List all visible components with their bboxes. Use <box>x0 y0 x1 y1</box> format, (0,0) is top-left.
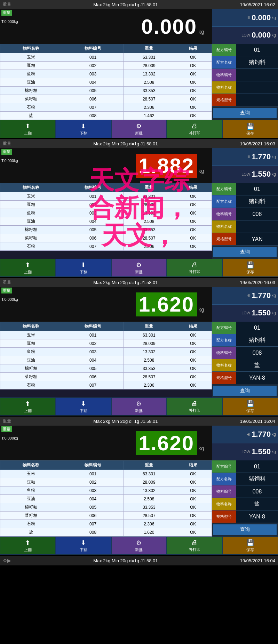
table-row[interactable]: 石粉0072.306OK <box>0 103 212 112</box>
table-row[interactable]: 盐0081.462OK <box>0 112 212 120</box>
right-value: 008 <box>236 208 278 220</box>
query-button[interactable]: 查询 <box>213 524 277 535</box>
table-header: 结果 <box>174 322 212 331</box>
toolbar-label: 下翻 <box>80 269 87 275</box>
toolbar-btn-下翻[interactable]: ⬇下翻 <box>56 259 111 277</box>
weight-main: 重量T:0.000kg0.000kg <box>0 9 212 44</box>
toolbar-btn-下翻[interactable]: ⬇下翻 <box>56 120 111 138</box>
toolbar-label: 下翻 <box>80 408 87 413</box>
toolbar-btn-保存[interactable]: 💾保存 <box>222 397 278 416</box>
table-row[interactable]: 豆油0042.508OK <box>0 217 212 226</box>
table-cell: 004 <box>62 217 124 226</box>
low-label: LOW <box>241 172 250 176</box>
table-row[interactable]: 玉米00163.301OK <box>0 192 212 201</box>
table-row[interactable]: 棉籽粕00533.353OK <box>0 503 212 512</box>
weight-main: 重量T:0.000kg1.620kg <box>0 426 212 460</box>
toolbar-btn-新批[interactable]: ⚙新批 <box>111 537 167 555</box>
low-value: 1.550 <box>252 447 271 456</box>
hi-unit: kg <box>271 154 276 159</box>
table-row[interactable]: 棉籽粕00533.353OK <box>0 87 212 95</box>
query-button-row: 查询 <box>212 245 278 259</box>
toolbar-btn-保存[interactable]: 💾保存 <box>222 259 278 277</box>
toolbar-btn-补打印[interactable]: 🖨补打印 <box>167 259 222 277</box>
top-bar-left: 重量 <box>3 141 11 147</box>
table-row[interactable]: 豆粕00228.009OK <box>0 62 212 70</box>
toolbar-btn-新批[interactable]: ⚙新批 <box>111 397 167 416</box>
toolbar-btn-上翻[interactable]: ⬆上翻 <box>0 120 56 138</box>
table-cell: 棉籽粕 <box>0 503 62 512</box>
table-cell: OK <box>174 381 212 389</box>
right-value: 008 <box>236 347 278 359</box>
main-content: 物料名称物料编号重量结果玉米00163.301OK豆粕00228.009OK鱼粉… <box>0 183 278 259</box>
weight-section: 重量T:0.000kg1.620kg HI 1.770 kg LOW 1.550… <box>0 426 278 460</box>
main-content: 物料名称物料编号重量结果玉米00163.301OK豆粕00228.009OK鱼粉… <box>0 322 278 397</box>
table-cell: 33.353 <box>124 87 174 95</box>
query-button[interactable]: 查询 <box>213 247 277 257</box>
table-row[interactable]: 豆油0042.508OK <box>0 78 212 87</box>
table-row[interactable]: 石粉0072.306OK <box>0 520 212 528</box>
right-value: 01 <box>236 460 278 473</box>
table-cell: 2.508 <box>124 495 174 503</box>
table-row[interactable]: 豆油0042.508OK <box>0 356 212 364</box>
toolbar-label: 新批 <box>135 408 143 413</box>
table-row[interactable]: 盐0081.620OK <box>0 528 212 537</box>
table-row[interactable]: 菜籽粕00628.507OK <box>0 95 212 103</box>
table-cell: OK <box>174 217 212 226</box>
table-cell: 33.353 <box>124 364 174 373</box>
table-row[interactable]: 鱼粉00313.302OK <box>0 209 212 217</box>
weight-side-panel: HI 1.770 kg LOW 1.550 kg <box>212 426 278 460</box>
right-label: 配方编号 <box>212 183 236 195</box>
table-row[interactable]: 豆油0042.508OK <box>0 495 212 503</box>
table-cell: 007 <box>62 381 124 389</box>
table-cell: OK <box>174 470 212 478</box>
table-cell: 003 <box>62 209 124 217</box>
table-row[interactable]: 菜籽粕00628.507OK <box>0 512 212 520</box>
query-button[interactable]: 查询 <box>213 386 277 396</box>
toolbar-btn-上翻[interactable]: ⬆上翻 <box>0 259 56 277</box>
toolbar-btn-下翻[interactable]: ⬇下翻 <box>56 537 111 555</box>
table-row[interactable]: 鱼粉00313.302OK <box>0 486 212 495</box>
toolbar-btn-保存[interactable]: 💾保存 <box>222 120 278 138</box>
table-row[interactable]: 豆粕00228.009OK <box>0 339 212 348</box>
toolbar-btn-补打印[interactable]: 🖨补打印 <box>167 120 222 138</box>
toolbar-label: 保存 <box>246 408 254 413</box>
table-cell: 007 <box>62 103 124 112</box>
toolbar-label: 上翻 <box>24 131 32 136</box>
table-row[interactable]: 玉米00163.301OK <box>0 331 212 339</box>
table-row[interactable]: 豆粕00228.009OK <box>0 478 212 486</box>
toolbar-btn-补打印[interactable]: 🖨补打印 <box>167 397 222 416</box>
table-row[interactable]: 菜籽粕00628.507OK <box>0 234 212 242</box>
toolbar-label: 上翻 <box>24 408 32 413</box>
table-cell: 石粉 <box>0 520 62 528</box>
toolbar-btn-上翻[interactable]: ⬆上翻 <box>0 537 56 555</box>
table-row[interactable]: 棉籽粕00533.353OK <box>0 364 212 373</box>
toolbar-btn-新批[interactable]: ⚙新批 <box>111 259 167 277</box>
table-row[interactable]: 石粉0072.306OK <box>0 242 212 251</box>
toolbar-btn-保存[interactable]: 💾保存 <box>222 537 278 555</box>
toolbar-btn-补打印[interactable]: 🖨补打印 <box>167 537 222 555</box>
toolbar-btn-上翻[interactable]: ⬆上翻 <box>0 397 56 416</box>
table-cell: 001 <box>62 53 124 62</box>
hi-value: 1.770 <box>252 430 271 439</box>
toolbar-label: 上翻 <box>24 269 32 275</box>
table-row[interactable]: 石粉0072.306OK <box>0 381 212 389</box>
toolbar-btn-新批[interactable]: ⚙新批 <box>111 120 167 138</box>
table-row[interactable]: 玉米00163.301OK <box>0 470 212 478</box>
table-row[interactable]: 玉米00163.301OK <box>0 53 212 62</box>
right-panel-row: 配方名称猪饲料 <box>212 473 278 485</box>
table-cell: 005 <box>62 226 124 234</box>
table-cell: 豆油 <box>0 78 62 87</box>
table-row[interactable]: 豆粕00228.009OK <box>0 201 212 209</box>
table-row[interactable]: 鱼粉00313.302OK <box>0 348 212 356</box>
query-button[interactable]: 查询 <box>213 108 277 118</box>
right-panel-row: 物料编号008 <box>212 208 278 220</box>
right-label: 规格型号 <box>212 510 236 523</box>
table-row[interactable]: 棉籽粕00533.353OK <box>0 226 212 234</box>
table-row[interactable]: 菜籽粕00628.507OK <box>0 373 212 381</box>
table-cell: 005 <box>62 503 124 512</box>
table-row[interactable]: 鱼粉00313.302OK <box>0 70 212 78</box>
table-cell: 2.508 <box>124 217 174 226</box>
toolbar-btn-下翻[interactable]: ⬇下翻 <box>56 397 111 416</box>
hi-label: HI <box>246 16 250 20</box>
table-cell: 13.302 <box>124 70 174 78</box>
